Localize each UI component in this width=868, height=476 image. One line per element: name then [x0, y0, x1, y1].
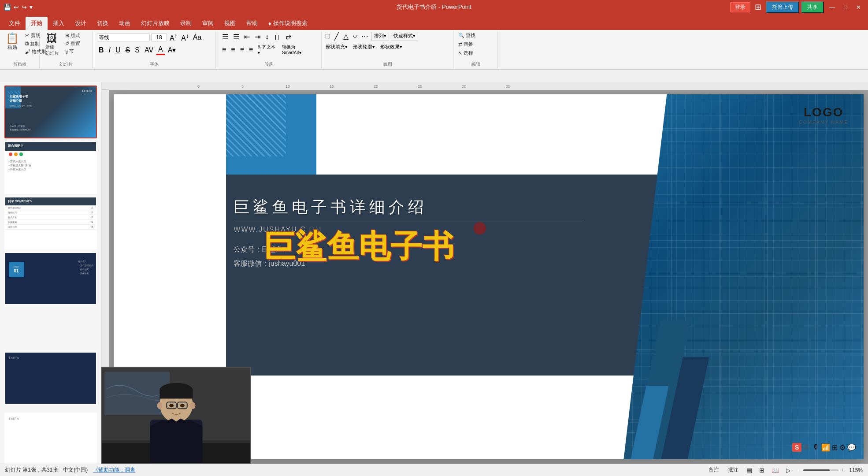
view-reading-button[interactable]: 📖 [770, 467, 781, 474]
find-button[interactable]: 🔍 查找 [456, 32, 495, 39]
slide-thumb-5[interactable]: 幻灯片 5 [4, 352, 97, 405]
view-slideshow-button[interactable]: ▷ [784, 467, 793, 474]
share-button[interactable]: 共享 [801, 1, 824, 13]
bullets-button[interactable]: ☰ [220, 32, 230, 41]
tab-insert[interactable]: 插入 [48, 17, 70, 30]
comments-button[interactable]: 备注 [706, 466, 722, 474]
font-name-input[interactable] [97, 33, 150, 41]
undo-icon[interactable]: ↩ [14, 4, 19, 11]
slide-thumb-2[interactable]: 适合谁呢？ • 货代从业人员 • 准备进入货代行业 • 外贸从业人员 [4, 141, 97, 194]
replace-button[interactable]: ⇄ 替换 [456, 41, 495, 48]
zoom-slider[interactable] [803, 469, 838, 471]
tab-review[interactable]: 审阅 [197, 17, 219, 30]
decrease-font-button[interactable]: A↓ [180, 32, 190, 43]
maximize-button[interactable]: □ [840, 3, 851, 11]
tab-animations[interactable]: 动画 [114, 17, 136, 30]
copy-label: 复制 [30, 41, 40, 47]
smartart-button[interactable]: 转换为 SmartArt▾ [280, 44, 317, 56]
layout-button[interactable]: ⊞ 版式 [63, 32, 82, 39]
highlight-btn[interactable]: A▾ [166, 45, 178, 55]
triangle-shape[interactable]: △ [342, 32, 350, 41]
slide-thumb-1[interactable]: LOGO 巨鲨鱼电子书详细介绍 WWW.JUSHAYU.COM 公众号：巨鲨鱼客… [4, 86, 97, 138]
clear-format-button[interactable]: Aa [192, 33, 203, 42]
arrange-button[interactable]: 排列▾ [371, 32, 389, 41]
font-color-btn[interactable]: A [156, 45, 165, 55]
svg-text:5: 5 [241, 84, 244, 89]
zoom-level[interactable]: 115% [849, 467, 863, 473]
italic-button[interactable]: I [107, 46, 112, 55]
upload-button[interactable]: 托管上传 [766, 1, 799, 13]
view-normal-button[interactable]: ▤ [745, 467, 754, 474]
paste-button[interactable]: 📋 粘贴 [3, 32, 22, 52]
section-button[interactable]: § 节 [63, 48, 82, 55]
increase-font-button[interactable]: A↑ [168, 32, 178, 43]
save-icon[interactable]: 💾 [4, 4, 11, 11]
shapes-more[interactable]: ⋯ [360, 32, 370, 41]
tab-home[interactable]: 开始 [26, 17, 48, 30]
svg-point-39 [180, 404, 185, 407]
view-sorter-button[interactable]: ⊞ [757, 467, 766, 474]
underline-button[interactable]: U [114, 46, 122, 55]
slide-thumb-6[interactable]: 幻灯片 6 [4, 413, 97, 464]
align-text-button[interactable]: 对齐文本▾ [256, 44, 279, 56]
font-size-input[interactable] [151, 33, 167, 41]
zoom-in-button[interactable]: ＋ [840, 466, 846, 474]
indent-dec-button[interactable]: ⇤ [242, 32, 252, 41]
bold-button[interactable]: B [97, 46, 106, 55]
zoom-control[interactable]: － ＋ 115% [796, 466, 863, 474]
new-slide-button[interactable]: 🖼 新建幻灯片 [42, 32, 62, 57]
tab-record[interactable]: 录制 [175, 17, 197, 30]
line-spacing-button[interactable]: ↕ [263, 33, 271, 41]
redo-icon[interactable]: ↪ [22, 4, 27, 11]
clipboard-label: 剪贴板 [3, 60, 37, 67]
slide-thumb-3[interactable]: 目录 CONTENTS 货代基础知识01 报价技巧02 客户开发03 实操案例0… [4, 197, 97, 249]
circle-shape[interactable]: ○ [352, 32, 359, 41]
rect-shape[interactable]: □ [324, 32, 331, 41]
paste-icon: 📋 [6, 33, 19, 44]
tab-slideshow[interactable]: 幻灯片放映 [136, 17, 175, 30]
tab-view[interactable]: 视图 [219, 17, 241, 30]
strikethrough-button[interactable]: S [124, 46, 132, 55]
login-button[interactable]: 登录 [730, 2, 750, 12]
columns-button[interactable]: ⫼ [272, 33, 282, 41]
find-label: 查找 [466, 32, 475, 39]
thumb4-part: PART 01 [9, 262, 24, 277]
zoom-out-button[interactable]: － [796, 466, 801, 474]
minimize-button[interactable]: — [826, 3, 838, 11]
numbering-button[interactable]: ☰ [231, 32, 241, 41]
thumb3-row-3: 客户开发03 [5, 215, 96, 220]
store-icon[interactable]: ⊞ [752, 2, 764, 12]
reset-button[interactable]: ↺ 重置 [63, 40, 82, 47]
tab-transitions[interactable]: 切换 [92, 17, 114, 30]
shape-effects-button[interactable]: 形状效果▾ [379, 43, 404, 51]
close-button[interactable]: ✕ [853, 3, 864, 11]
tab-file[interactable]: 文件 [4, 17, 26, 30]
spacing-button[interactable]: AV [143, 46, 155, 55]
line-shape[interactable]: ╱ [333, 32, 340, 41]
align-left-button[interactable]: ≡ [220, 45, 228, 54]
editing-group: 🔍 查找 ⇄ 替换 ↖ 选择 编辑 [454, 31, 498, 68]
thumb1-url: WWW.JUSHAYU.COM [10, 105, 32, 108]
notes-button[interactable]: 批注 [725, 466, 741, 474]
canvas-area[interactable]: 0 5 10 15 20 25 30 35 [101, 82, 868, 464]
customize-icon[interactable]: ▾ [30, 4, 33, 11]
justify-button[interactable]: ≡ [247, 45, 255, 54]
layout-label: 版式 [70, 32, 80, 39]
align-center-button[interactable]: ≡ [229, 45, 237, 54]
shape-outline-button[interactable]: 形状轮廓▾ [352, 43, 376, 51]
tab-search[interactable]: ♦ 操作说明搜索 [263, 17, 313, 30]
align-right-button[interactable]: ≡ [238, 45, 246, 54]
slides-group: 🖼 新建幻灯片 ⊞ 版式 ↺ 重置 § 节 幻灯片 [40, 31, 93, 68]
text-direction-button[interactable]: ⇄ [284, 32, 293, 41]
indent-inc-button[interactable]: ⇥ [253, 32, 262, 41]
tab-design[interactable]: 设计 [70, 17, 92, 30]
shape-fill-button[interactable]: 形状填充▾ [324, 43, 349, 51]
paragraph-group: ☰ ☰ ⇤ ⇥ ↕ ⫼ ⇄ ≡ ≡ ≡ ≡ 对齐文本▾ 转换为 SmartArt… [216, 31, 322, 68]
quick-styles-button[interactable]: 快速样式▾ [391, 32, 418, 41]
accessibility-status[interactable]: 《辅助功能：调查 [93, 466, 135, 474]
select-button[interactable]: ↖ 选择 [456, 49, 495, 57]
tab-help[interactable]: 帮助 [241, 17, 263, 30]
drawing-label: 绘图 [324, 60, 451, 67]
shadow-button[interactable]: S [133, 46, 141, 55]
slide-thumb-4[interactable]: PART 01 有什么? ・货代基础知识 ・报价技巧 ・案例分析 [4, 252, 97, 305]
